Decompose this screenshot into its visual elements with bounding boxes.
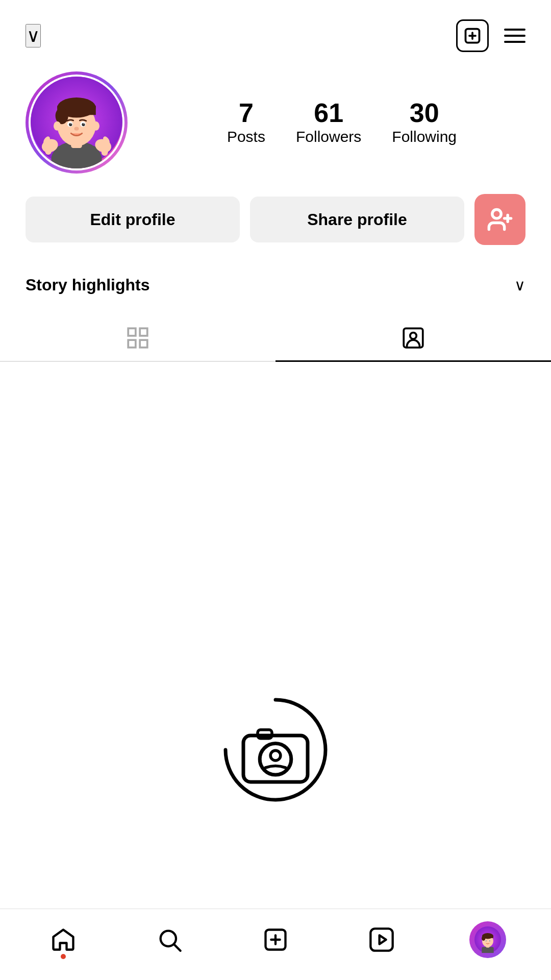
stat-posts[interactable]: 7 Posts [227,100,265,145]
stat-followers[interactable]: 61 Followers [296,100,361,145]
nav-home[interactable] [38,919,89,960]
add-icon [262,926,289,953]
nav-add[interactable] [250,919,301,960]
following-label: Following [392,128,457,145]
nav-avatar [469,921,506,958]
header: ∨ [0,0,551,61]
profile-section: 7 Posts 61 Followers 30 Following Edit p… [0,61,551,305]
svg-point-38 [270,750,281,761]
menu-line [504,29,525,31]
svg-point-13 [69,123,72,126]
grid-icon [125,325,151,351]
menu-button[interactable] [504,29,525,43]
svg-rect-29 [128,328,136,336]
home-icon [50,926,77,953]
story-highlights-chevron: ∨ [514,276,525,294]
bottom-nav [0,909,551,980]
svg-point-14 [82,123,85,126]
svg-point-55 [486,940,487,941]
story-highlights-row[interactable]: Story highlights ∨ [26,265,525,305]
svg-point-16 [84,123,85,124]
nav-profile[interactable] [462,919,513,960]
svg-point-15 [70,123,71,124]
stat-following[interactable]: 30 Following [392,100,457,145]
followers-label: Followers [296,128,361,145]
tab-grid[interactable] [0,315,276,361]
tagged-icon [400,325,426,351]
menu-line [504,41,525,43]
avatar-container[interactable] [26,71,128,174]
share-profile-button[interactable]: Share profile [250,197,464,242]
following-count: 30 [410,100,439,126]
header-actions [456,19,525,52]
svg-point-34 [410,333,417,339]
svg-line-40 [174,944,181,950]
svg-rect-47 [482,947,493,953]
stats-row: 7 Posts 61 Followers 30 Following [158,100,525,145]
svg-marker-45 [380,935,386,944]
search-icon [156,926,183,953]
empty-state [0,362,551,821]
svg-point-52 [482,936,485,940]
tab-tagged[interactable] [276,315,551,361]
add-friend-button[interactable] [474,194,525,245]
svg-point-36 [260,743,291,775]
svg-point-25 [92,121,99,131]
nav-reels[interactable] [356,919,407,960]
svg-point-24 [54,121,61,131]
new-post-button[interactable] [456,19,489,52]
profile-info-row: 7 Posts 61 Followers 30 Following [26,71,525,174]
nav-search[interactable] [144,919,195,960]
story-highlights-label: Story highlights [26,276,150,295]
edit-profile-button[interactable]: Edit profile [26,197,240,242]
svg-point-26 [492,210,501,218]
svg-rect-31 [128,340,136,348]
svg-point-17 [74,127,79,131]
menu-line [504,35,525,37]
posts-label: Posts [227,128,265,145]
svg-rect-44 [370,928,392,950]
content-tabs [0,315,551,362]
svg-point-56 [489,940,490,941]
posts-count: 7 [239,100,254,126]
followers-count: 61 [314,100,343,126]
reels-icon [368,926,395,953]
avatar-inner [29,75,124,170]
home-dot [61,954,66,959]
action-buttons: Edit profile Share profile [26,194,525,245]
avatar-svg [31,75,122,168]
svg-rect-30 [140,328,147,336]
dropdown-chevron[interactable]: ∨ [26,24,41,47]
avatar-ring [26,71,128,174]
svg-rect-5 [56,146,97,169]
nav-avatar-svg [474,926,501,953]
empty-tagged-icon [204,678,347,821]
svg-rect-32 [140,340,147,348]
